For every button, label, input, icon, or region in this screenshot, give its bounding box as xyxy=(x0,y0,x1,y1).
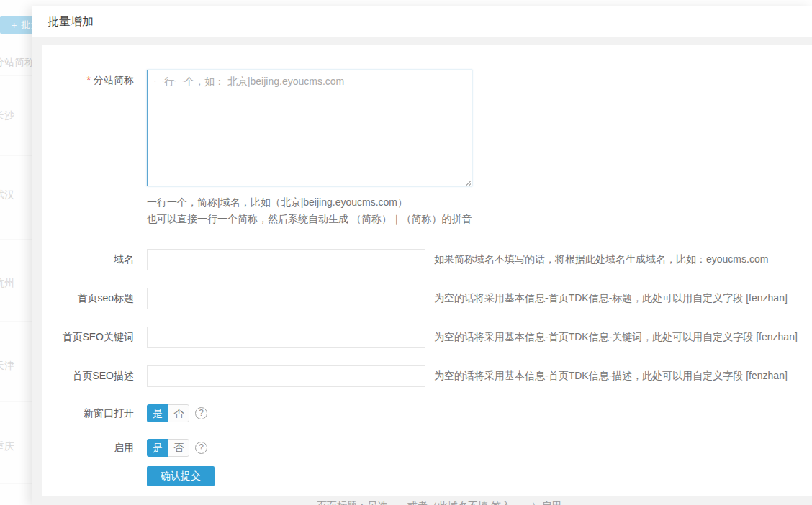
seo-description-label: 首页SEO描述 xyxy=(42,365,147,387)
branch-name-label: *分站简称 xyxy=(42,70,147,227)
seo-keywords-input[interactable] xyxy=(147,327,425,348)
modal-title: 批量增加 xyxy=(48,14,94,29)
row-seo-title: 首页seo标题 为空的话将采用基本信息-首页TDK信息-标题，此处可以用自定义字… xyxy=(42,288,812,309)
domain-label: 域名 xyxy=(42,249,147,270)
batch-add-modal: 批量增加 *分站简称 一行一个，简称|域名，比如（北京|beijing.eyou… xyxy=(32,6,812,505)
branch-help-line-1: 一行一个，简称|域名，比如（北京|beijing.eyoucms.com） xyxy=(147,194,812,211)
row-seo-keywords: 首页SEO关键词 为空的话将采用基本信息-首页TDK信息-关键词，此处可以用自定… xyxy=(42,327,812,348)
modal-header: 批量增加 xyxy=(32,6,812,37)
branch-name-textarea[interactable] xyxy=(147,70,472,186)
row-domain: 域名 如果简称域名不填写的话，将根据此处域名生成域名，比如：eyoucms.co… xyxy=(42,249,812,270)
question-mark-icon[interactable]: ? xyxy=(195,442,207,454)
row-open-new-window: 新窗口打开 是 否 ? xyxy=(42,404,812,422)
domain-hint: 如果简称域名不填写的话，将根据此处域名生成域名，比如：eyoucms.com xyxy=(434,253,768,266)
text-caret xyxy=(153,76,153,87)
seo-description-input[interactable] xyxy=(147,365,425,387)
form-card: *分站简称 一行一个，简称|域名，比如（北京|beijing.eyoucms.c… xyxy=(42,45,812,496)
row-seo-description: 首页SEO描述 为空的话将采用基本信息-首页TDK信息-描述，此处可以用自定义字… xyxy=(42,365,812,387)
open-new-window-toggle: 是 否 xyxy=(147,404,189,422)
enable-toggle: 是 否 xyxy=(147,439,189,457)
row-branch-name: *分站简称 一行一个，简称|域名，比如（北京|beijing.eyoucms.c… xyxy=(42,70,812,227)
clipped-bottom-text: 页面标题：另选——或者（此域名不填 签入……）启用 xyxy=(317,501,561,505)
enable-label: 启用 xyxy=(42,439,147,457)
open-new-window-no-button[interactable]: 否 xyxy=(168,404,189,422)
open-new-window-yes-button[interactable]: 是 xyxy=(147,404,168,422)
enable-yes-button[interactable]: 是 xyxy=(147,439,168,457)
seo-title-hint: 为空的话将采用基本信息-首页TDK信息-标题，此处可以用自定义字段 [fenzh… xyxy=(434,292,788,305)
open-new-window-label: 新窗口打开 xyxy=(42,404,147,422)
branch-help-line-2: 也可以直接一行一个简称，然后系统自动生成 （简称）｜（简称）的拼音 xyxy=(147,211,812,227)
seo-keywords-label: 首页SEO关键词 xyxy=(42,327,147,348)
row-enable: 启用 是 否 ? xyxy=(42,439,812,457)
enable-no-button[interactable]: 否 xyxy=(168,439,189,457)
seo-title-label: 首页seo标题 xyxy=(42,288,147,309)
question-mark-icon[interactable]: ? xyxy=(195,407,207,419)
row-submit: 确认提交 xyxy=(42,466,812,486)
required-asterisk: * xyxy=(87,74,91,86)
seo-title-input[interactable] xyxy=(147,288,425,309)
seo-keywords-hint: 为空的话将采用基本信息-首页TDK信息-关键词，此处可以用自定义字段 [fenz… xyxy=(434,331,798,344)
seo-description-hint: 为空的话将采用基本信息-首页TDK信息-描述，此处可以用自定义字段 [fenzh… xyxy=(434,370,788,383)
domain-input[interactable] xyxy=(147,249,425,270)
confirm-submit-button[interactable]: 确认提交 xyxy=(147,466,215,486)
modal-body: *分站简称 一行一个，简称|域名，比如（北京|beijing.eyoucms.c… xyxy=(32,37,812,505)
resize-grip-icon[interactable] xyxy=(464,179,471,186)
